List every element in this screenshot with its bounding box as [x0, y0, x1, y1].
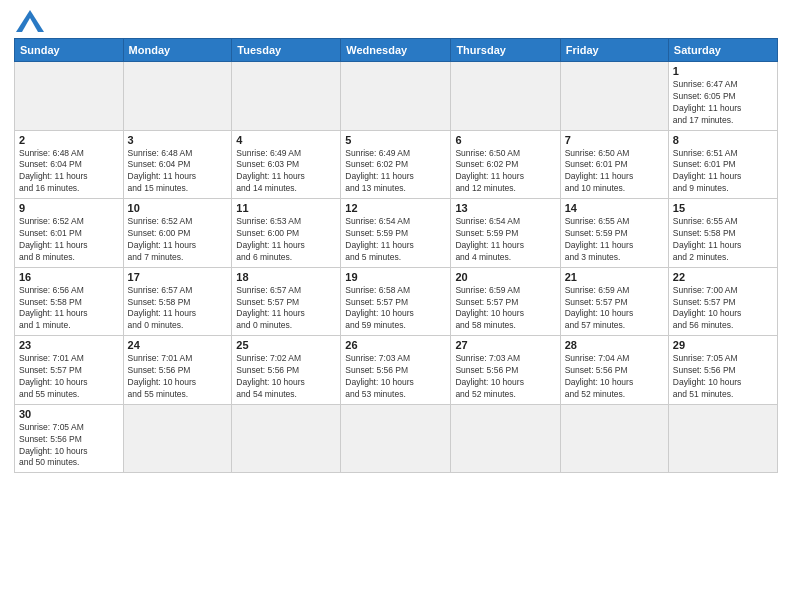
calendar-cell: [123, 404, 232, 473]
calendar-cell: 2Sunrise: 6:48 AM Sunset: 6:04 PM Daylig…: [15, 130, 124, 199]
calendar-cell: 30Sunrise: 7:05 AM Sunset: 5:56 PM Dayli…: [15, 404, 124, 473]
calendar-cell: 28Sunrise: 7:04 AM Sunset: 5:56 PM Dayli…: [560, 336, 668, 405]
day-number: 3: [128, 134, 228, 146]
calendar: SundayMondayTuesdayWednesdayThursdayFrid…: [14, 38, 778, 473]
day-number: 20: [455, 271, 555, 283]
day-number: 14: [565, 202, 664, 214]
calendar-cell: 10Sunrise: 6:52 AM Sunset: 6:00 PM Dayli…: [123, 199, 232, 268]
day-info: Sunrise: 6:55 AM Sunset: 5:58 PM Dayligh…: [673, 216, 773, 264]
day-info: Sunrise: 6:51 AM Sunset: 6:01 PM Dayligh…: [673, 148, 773, 196]
day-info: Sunrise: 7:01 AM Sunset: 5:56 PM Dayligh…: [128, 353, 228, 401]
day-number: 6: [455, 134, 555, 146]
day-number: 24: [128, 339, 228, 351]
day-info: Sunrise: 6:48 AM Sunset: 6:04 PM Dayligh…: [19, 148, 119, 196]
weekday-header: Monday: [123, 39, 232, 62]
calendar-cell: [560, 404, 668, 473]
weekday-header: Saturday: [668, 39, 777, 62]
logo-icon: [16, 10, 44, 32]
calendar-cell: [15, 62, 124, 131]
day-number: 9: [19, 202, 119, 214]
day-number: 15: [673, 202, 773, 214]
day-info: Sunrise: 6:57 AM Sunset: 5:58 PM Dayligh…: [128, 285, 228, 333]
weekday-header: Tuesday: [232, 39, 341, 62]
calendar-cell: 3Sunrise: 6:48 AM Sunset: 6:04 PM Daylig…: [123, 130, 232, 199]
day-number: 11: [236, 202, 336, 214]
day-number: 21: [565, 271, 664, 283]
day-info: Sunrise: 7:02 AM Sunset: 5:56 PM Dayligh…: [236, 353, 336, 401]
calendar-cell: [341, 62, 451, 131]
calendar-cell: [451, 404, 560, 473]
calendar-cell: 15Sunrise: 6:55 AM Sunset: 5:58 PM Dayli…: [668, 199, 777, 268]
calendar-week-row: 30Sunrise: 7:05 AM Sunset: 5:56 PM Dayli…: [15, 404, 778, 473]
calendar-cell: 22Sunrise: 7:00 AM Sunset: 5:57 PM Dayli…: [668, 267, 777, 336]
calendar-week-row: 16Sunrise: 6:56 AM Sunset: 5:58 PM Dayli…: [15, 267, 778, 336]
day-number: 7: [565, 134, 664, 146]
calendar-cell: [668, 404, 777, 473]
calendar-cell: 14Sunrise: 6:55 AM Sunset: 5:59 PM Dayli…: [560, 199, 668, 268]
day-info: Sunrise: 6:48 AM Sunset: 6:04 PM Dayligh…: [128, 148, 228, 196]
day-info: Sunrise: 7:01 AM Sunset: 5:57 PM Dayligh…: [19, 353, 119, 401]
day-number: 22: [673, 271, 773, 283]
weekday-header: Wednesday: [341, 39, 451, 62]
day-number: 12: [345, 202, 446, 214]
weekday-header: Sunday: [15, 39, 124, 62]
calendar-cell: [451, 62, 560, 131]
day-number: 1: [673, 65, 773, 77]
calendar-week-row: 2Sunrise: 6:48 AM Sunset: 6:04 PM Daylig…: [15, 130, 778, 199]
calendar-week-row: 1Sunrise: 6:47 AM Sunset: 6:05 PM Daylig…: [15, 62, 778, 131]
calendar-cell: 12Sunrise: 6:54 AM Sunset: 5:59 PM Dayli…: [341, 199, 451, 268]
calendar-cell: 24Sunrise: 7:01 AM Sunset: 5:56 PM Dayli…: [123, 336, 232, 405]
calendar-body: 1Sunrise: 6:47 AM Sunset: 6:05 PM Daylig…: [15, 62, 778, 473]
day-info: Sunrise: 7:03 AM Sunset: 5:56 PM Dayligh…: [455, 353, 555, 401]
calendar-cell: 17Sunrise: 6:57 AM Sunset: 5:58 PM Dayli…: [123, 267, 232, 336]
calendar-cell: 20Sunrise: 6:59 AM Sunset: 5:57 PM Dayli…: [451, 267, 560, 336]
day-info: Sunrise: 6:50 AM Sunset: 6:01 PM Dayligh…: [565, 148, 664, 196]
day-number: 4: [236, 134, 336, 146]
day-info: Sunrise: 6:49 AM Sunset: 6:02 PM Dayligh…: [345, 148, 446, 196]
day-number: 19: [345, 271, 446, 283]
day-number: 29: [673, 339, 773, 351]
day-number: 18: [236, 271, 336, 283]
day-number: 27: [455, 339, 555, 351]
day-number: 8: [673, 134, 773, 146]
day-info: Sunrise: 6:53 AM Sunset: 6:00 PM Dayligh…: [236, 216, 336, 264]
header: [14, 10, 778, 32]
day-info: Sunrise: 6:47 AM Sunset: 6:05 PM Dayligh…: [673, 79, 773, 127]
day-number: 23: [19, 339, 119, 351]
day-number: 16: [19, 271, 119, 283]
day-number: 26: [345, 339, 446, 351]
calendar-cell: 6Sunrise: 6:50 AM Sunset: 6:02 PM Daylig…: [451, 130, 560, 199]
day-info: Sunrise: 6:54 AM Sunset: 5:59 PM Dayligh…: [345, 216, 446, 264]
calendar-cell: 23Sunrise: 7:01 AM Sunset: 5:57 PM Dayli…: [15, 336, 124, 405]
day-info: Sunrise: 6:59 AM Sunset: 5:57 PM Dayligh…: [565, 285, 664, 333]
calendar-cell: [123, 62, 232, 131]
day-number: 13: [455, 202, 555, 214]
day-info: Sunrise: 7:00 AM Sunset: 5:57 PM Dayligh…: [673, 285, 773, 333]
day-info: Sunrise: 6:52 AM Sunset: 6:00 PM Dayligh…: [128, 216, 228, 264]
day-number: 5: [345, 134, 446, 146]
day-info: Sunrise: 6:59 AM Sunset: 5:57 PM Dayligh…: [455, 285, 555, 333]
calendar-cell: 7Sunrise: 6:50 AM Sunset: 6:01 PM Daylig…: [560, 130, 668, 199]
weekday-header: Friday: [560, 39, 668, 62]
calendar-cell: [341, 404, 451, 473]
calendar-cell: 29Sunrise: 7:05 AM Sunset: 5:56 PM Dayli…: [668, 336, 777, 405]
calendar-cell: 11Sunrise: 6:53 AM Sunset: 6:00 PM Dayli…: [232, 199, 341, 268]
calendar-cell: 9Sunrise: 6:52 AM Sunset: 6:01 PM Daylig…: [15, 199, 124, 268]
calendar-cell: 21Sunrise: 6:59 AM Sunset: 5:57 PM Dayli…: [560, 267, 668, 336]
day-info: Sunrise: 7:04 AM Sunset: 5:56 PM Dayligh…: [565, 353, 664, 401]
calendar-cell: 25Sunrise: 7:02 AM Sunset: 5:56 PM Dayli…: [232, 336, 341, 405]
day-info: Sunrise: 7:03 AM Sunset: 5:56 PM Dayligh…: [345, 353, 446, 401]
weekday-header: Thursday: [451, 39, 560, 62]
calendar-cell: [232, 404, 341, 473]
day-info: Sunrise: 6:55 AM Sunset: 5:59 PM Dayligh…: [565, 216, 664, 264]
calendar-cell: 8Sunrise: 6:51 AM Sunset: 6:01 PM Daylig…: [668, 130, 777, 199]
calendar-cell: 5Sunrise: 6:49 AM Sunset: 6:02 PM Daylig…: [341, 130, 451, 199]
logo: [14, 10, 44, 32]
day-info: Sunrise: 6:57 AM Sunset: 5:57 PM Dayligh…: [236, 285, 336, 333]
day-number: 30: [19, 408, 119, 420]
calendar-cell: [560, 62, 668, 131]
day-info: Sunrise: 6:49 AM Sunset: 6:03 PM Dayligh…: [236, 148, 336, 196]
calendar-cell: 18Sunrise: 6:57 AM Sunset: 5:57 PM Dayli…: [232, 267, 341, 336]
calendar-cell: 4Sunrise: 6:49 AM Sunset: 6:03 PM Daylig…: [232, 130, 341, 199]
day-number: 2: [19, 134, 119, 146]
